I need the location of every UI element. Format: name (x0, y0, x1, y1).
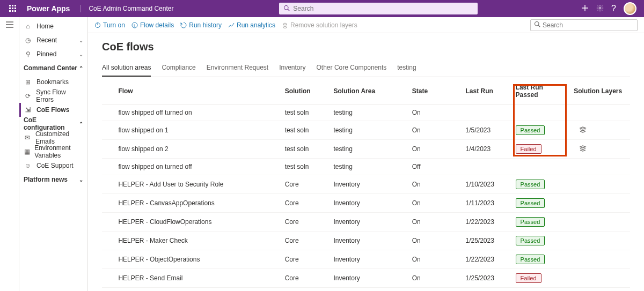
layers-icon[interactable] (579, 146, 587, 154)
cell-last-run (462, 159, 512, 175)
sidebar-item-coe-support[interactable]: ☺CoE Support (19, 159, 87, 173)
col-flow[interactable]: Flow (115, 78, 281, 105)
table-row[interactable]: HELPER - CloudFlowOperationsCoreInventor… (102, 213, 630, 232)
tabs: All solution areas Compliance Environmen… (102, 62, 630, 77)
app-launcher-icon[interactable] (4, 5, 21, 12)
table-row[interactable]: flow shipped on turned offtest solntesti… (102, 159, 630, 175)
col-solution-area[interactable]: Solution Area (331, 78, 409, 105)
status-badge: Passed (516, 125, 545, 135)
environment-label[interactable]: CoE Admin Command Center (75, 5, 179, 12)
cell-area: testing (331, 121, 409, 140)
table-row[interactable]: HELPER - Send EmailCoreInventoryOn1/25/2… (102, 269, 630, 288)
cell-layers (570, 140, 630, 159)
command-bar: Turn on iFlow details Run history Run an… (88, 17, 644, 33)
sidebar-item-home[interactable]: ⌂Home (19, 19, 87, 33)
sidebar-item-label: Bookmarks (36, 78, 69, 86)
add-icon[interactable] (581, 4, 589, 13)
clock-icon: ◷ (24, 36, 32, 44)
table-row[interactable]: flow shipped on 1test solntestingOn1/5/2… (102, 121, 630, 140)
sidebar-section-platform-news[interactable]: Platform news⌄ (19, 173, 87, 186)
cmd-run-history[interactable]: Run history (180, 21, 222, 29)
tab-all[interactable]: All solution areas (102, 62, 151, 77)
col-solution[interactable]: Solution (282, 78, 331, 105)
global-search[interactable] (279, 3, 478, 14)
sidebar-item-label: Environment Variables (34, 144, 83, 159)
table-row[interactable]: HELPER - Maker CheckCoreInventoryOn1/25/… (102, 232, 630, 250)
cell-flow: HELPER - ObjectOperations (115, 250, 281, 269)
flow-icon: ⇲ (24, 106, 32, 114)
sidebar-item-recent[interactable]: ◷Recent⌄ (19, 33, 87, 47)
sync-icon: ⟳ (24, 92, 32, 100)
svg-rect-7 (12, 10, 13, 12)
table-row[interactable]: HELPER - CanvasAppOperationsCoreInventor… (102, 194, 630, 213)
table-row[interactable]: flow shipped on 2test solntestingOn1/4/2… (102, 140, 630, 159)
header-search-input[interactable] (543, 21, 634, 29)
status-badge: Failed (516, 144, 541, 154)
svg-rect-5 (14, 8, 16, 9)
cell-solution: Core (282, 288, 331, 292)
table-row[interactable]: flow shipped off turned ontest solntesti… (102, 105, 630, 121)
col-last-run[interactable]: Last Run (462, 78, 512, 105)
cell-last-run: 1/25/2023 (462, 269, 512, 288)
cmd-flow-details[interactable]: iFlow details (131, 21, 174, 29)
pin-icon: ⚲ (24, 50, 32, 58)
cell-badge: Failed (513, 288, 571, 292)
sidebar-item-pinned[interactable]: ⚲Pinned⌄ (19, 47, 87, 61)
layers-icon[interactable] (579, 128, 587, 135)
cell-solution: Core (282, 232, 331, 250)
cell-state: On (409, 232, 463, 250)
table-row[interactable]: HELPER - Add User to Security RoleCoreIn… (102, 175, 630, 194)
sidebar-item-env-vars[interactable]: ▦Environment Variables (19, 145, 87, 159)
tab-inventory[interactable]: Inventory (279, 62, 305, 77)
cmd-turn-on[interactable]: Turn on (94, 21, 125, 29)
cell-state: On (409, 140, 463, 159)
tab-other-core[interactable]: Other Core Components (317, 62, 387, 77)
cell-layers (570, 232, 630, 250)
menu-collapse-icon[interactable] (6, 21, 13, 291)
tab-testing[interactable]: testing (397, 62, 416, 77)
sidebar-item-coe-flows[interactable]: ⇲CoE Flows (19, 103, 87, 117)
cell-last-run: 1/4/2023 (462, 140, 512, 159)
tab-env-request[interactable]: Environment Request (207, 62, 268, 77)
bookmark-icon: ⊞ (24, 78, 32, 86)
cell-state: On (409, 269, 463, 288)
cell-badge: Failed (513, 269, 571, 288)
cell-solution: test soln (282, 140, 331, 159)
cmd-run-analytics[interactable]: Run analytics (228, 21, 275, 29)
mail-icon: ✉ (24, 134, 31, 141)
cell-last-run: 1/25/2023 (462, 232, 512, 250)
cell-flow: HELPER - Maker Check (115, 232, 281, 250)
svg-point-16 (535, 22, 539, 26)
sidebar-item-label: Recent (36, 36, 57, 44)
col-state[interactable]: State (409, 78, 463, 105)
col-solution-layers[interactable]: Solution Layers (570, 78, 630, 105)
cell-flow: flow shipped on 1 (115, 121, 281, 140)
global-search-input[interactable] (293, 5, 473, 12)
header-search[interactable] (530, 19, 638, 31)
settings-icon[interactable] (596, 4, 604, 13)
cell-state: On (409, 175, 463, 194)
svg-rect-6 (9, 10, 11, 12)
cell-flow: flow shipped off turned on (115, 105, 281, 121)
sidebar-item-sync-errors[interactable]: ⟳Sync Flow Errors (19, 89, 87, 103)
cell-layers (570, 175, 630, 194)
home-icon: ⌂ (24, 23, 32, 30)
tab-compliance[interactable]: Compliance (162, 62, 195, 77)
sidebar-section-coe-config[interactable]: CoE configuration⌃ (19, 117, 87, 131)
help-icon[interactable]: ? (611, 4, 616, 13)
cell-layers (570, 250, 630, 269)
variable-icon: ▦ (24, 148, 30, 155)
chevron-up-icon: ⌃ (79, 65, 83, 71)
sidebar-item-cust-emails[interactable]: ✉Customized Emails (19, 131, 87, 145)
cell-solution: test soln (282, 105, 331, 121)
table-row[interactable]: SetupWizard>CreateGroupCoreInventoryOn1/… (102, 288, 630, 292)
sidebar-item-bookmarks[interactable]: ⊞Bookmarks (19, 75, 87, 89)
table-row[interactable]: HELPER - ObjectOperationsCoreInventoryOn… (102, 250, 630, 269)
cell-state: On (409, 121, 463, 140)
cell-flow: flow shipped on 2 (115, 140, 281, 159)
sidebar-section-command-center[interactable]: Command Center⌃ (19, 61, 87, 75)
avatar[interactable] (624, 2, 636, 15)
cell-area: Inventory (331, 194, 409, 213)
cell-solution: test soln (282, 159, 331, 175)
col-last-run-passed[interactable]: Last Run Passed (513, 78, 571, 105)
